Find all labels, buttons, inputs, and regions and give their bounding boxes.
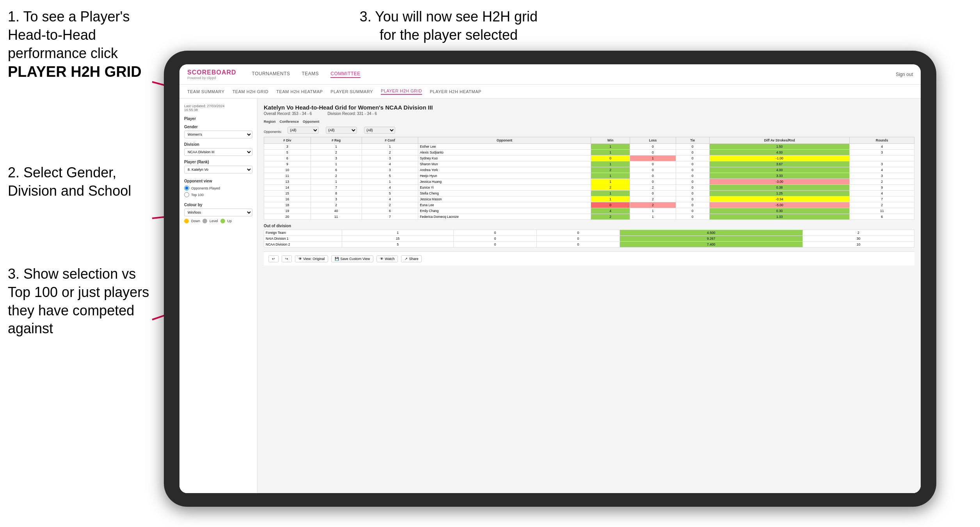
filters-row: Region Conference Opponent [264,120,914,124]
view-original-btn[interactable]: 👁 View: Original [295,255,328,262]
sidebar: Last Updated: 27/03/2024 16:55:38 Player… [179,99,257,493]
table-row: 6 3 3 Sydney Kuo 0 1 0 -1.00 [264,156,914,161]
down-label: Down [191,219,200,223]
instruction-text-bold: PLAYER H2H GRID [8,64,142,80]
table-row: 9 1 4 Sharon Mun 1 0 0 3.67 3 [264,161,914,167]
share-btn[interactable]: ↗ Share [401,255,422,262]
view-icon: 👁 [298,257,302,261]
gender-section: Gender Women's [184,125,252,138]
col-diff: Diff Av Strokes/Rnd [709,137,849,144]
ood-table-row: NAIA Division 1 15 0 0 9.267 30 [264,236,914,242]
out-of-division-header: Out of division [264,224,914,228]
sub-nav-player-h2h-grid[interactable]: PLAYER H2H GRID [381,88,422,95]
gender-label: Gender [184,125,252,129]
instruction-bottom-left: 3. Show selection vs Top 100 or just pla… [8,265,156,338]
watch-btn[interactable]: 👁 Watch [376,255,398,262]
table-row: 10 6 3 Andrea York 2 0 0 4.00 4 [264,167,914,173]
division-select[interactable]: NCAA Division III [184,148,252,156]
update-label: Last Updated: 27/03/2024 [184,104,225,108]
instruction-text-top-right: 3. You will now see H2H grid for the pla… [360,9,538,43]
opponent-label: Opponent [303,120,320,124]
table-row: 14 7 4 Eunice Yi 2 2 0 0.38 9 [264,185,914,191]
sub-nav-team-summary[interactable]: TEAM SUMMARY [187,89,225,94]
player-rank-label: Player (Rank) [184,160,252,164]
bottom-toolbar: ↩ ↪ 👁 View: Original 💾 Save Custom View … [264,251,914,265]
ood-table-row: Foreign Team 1 0 0 4.500 2 [264,230,914,236]
opponents-select[interactable]: (All) [288,127,319,134]
out-of-division-table: Foreign Team 1 0 0 4.500 2 NAIA Division… [264,230,914,248]
region-label: Region [264,120,276,124]
down-dot [184,219,189,223]
table-row: 18 2 2 Euna Lee 0 2 0 -5.00 2 [264,202,914,208]
table-row: 11 2 5 Heejo Hyun 1 0 0 3.33 3 [264,173,914,179]
col-rounds: Rounds [850,137,914,144]
opponent-view-section: Opponent view Opponents Played Top 100 [184,179,252,197]
opponent-view-label: Opponent view [184,179,252,183]
opponents-played-label: Opponents Played [191,186,220,190]
table-row: 5 2 2 Alexis Sudjianto 1 0 0 4.00 3 [264,150,914,156]
table-row: 15 8 5 Stella Cheng 1 0 0 1.25 4 [264,191,914,196]
tablet-frame: SCOREBOARD Powered by clippd TOURNAMENTS… [164,51,936,507]
ood-table-row: NCAA Division 2 5 0 0 7.400 10 [264,242,914,248]
navbar-menu: TOURNAMENTS TEAMS COMMITTEE [252,71,884,78]
colour-by-select[interactable]: Win/loss [184,209,252,216]
powered-by: Powered by clippd [187,76,236,80]
top-100-radio[interactable] [184,192,189,197]
nav-tournaments[interactable]: TOURNAMENTS [252,71,290,78]
table-row: 16 3 4 Jessica Mason 1 2 0 -0.94 7 [264,196,914,202]
up-dot [220,219,225,223]
colour-legend: Down Level Up [184,219,252,223]
sub-nav-player-summary[interactable]: PLAYER SUMMARY [330,89,373,94]
division-record: Division Record: 331 - 34 - 6 [327,111,377,116]
table-row: 3 1 1 Esther Lee 1 0 0 1.50 4 [264,144,914,150]
colour-by-section: Colour by Win/loss Down Level Up [184,203,252,223]
division-section: Division NCAA Division III [184,142,252,156]
conference-select[interactable]: (All) [326,127,357,134]
division-value: 331 - 34 - 6 [357,111,377,116]
view-original-label: View: Original [303,257,325,261]
player-section: Player [184,117,252,121]
division-label: Division [184,142,252,147]
grid-records: Overall Record: 353 - 34 - 6 Division Re… [264,111,914,116]
top-100-option[interactable]: Top 100 [184,192,252,197]
col-div: # Div [264,137,311,144]
sub-nav-player-h2h-heatmap[interactable]: PLAYER H2H HEATMAP [430,89,481,94]
sub-nav-team-h2h-heatmap[interactable]: TEAM H2H HEATMAP [276,89,323,94]
main-content: Last Updated: 27/03/2024 16:55:38 Player… [179,99,921,493]
table-row: 20 11 7 Federica Domecq Lacroze 2 1 0 1.… [264,214,914,220]
redo-btn[interactable]: ↪ [282,255,292,262]
up-label: Up [227,219,232,223]
instruction-top-left: 1. To see a Player's Head-to-Head perfor… [8,8,156,82]
sign-out[interactable]: Sign out [896,72,913,77]
nav-teams[interactable]: TEAMS [302,71,319,78]
top-100-label: Top 100 [191,193,204,197]
sub-nav-team-h2h-grid[interactable]: TEAM H2H GRID [233,89,269,94]
overall-record: Overall Record: 353 - 34 - 6 [264,111,312,116]
table-row: 13 1 1 Jessica Huang 1 0 0 -3.00 2 [264,179,914,185]
save-icon: 💾 [335,257,339,261]
undo-btn[interactable]: ↩ [268,255,279,262]
navbar: SCOREBOARD Powered by clippd TOURNAMENTS… [179,64,921,85]
gender-select[interactable]: Women's [184,131,252,138]
instruction-text-mid: 2. Select Gender, Division and School [8,164,131,199]
nav-committee[interactable]: COMMITTEE [330,71,360,78]
col-opponent: Opponent [418,137,591,144]
opponents-played-option[interactable]: Opponents Played [184,186,252,191]
save-custom-view-btn[interactable]: 💾 Save Custom View [331,255,373,262]
h2h-table: # Div # Reg # Conf Opponent Win Loss Tie… [264,137,914,220]
instruction-text-bottom: 3. Show selection vs Top 100 or just pla… [8,266,149,336]
overall-value: 353 - 34 - 6 [292,111,312,116]
player-label: Player [184,117,252,121]
instruction-top-right: 3. You will now see H2H grid for the pla… [351,8,546,44]
watch-label: Watch [385,257,394,261]
player-rank-select[interactable]: 8. Katelyn Vo [184,166,252,173]
share-icon: ↗ [405,257,408,261]
col-loss: Loss [630,137,676,144]
conference-label: Conference [280,120,299,124]
grid-content: Katelyn Vo Head-to-Head Grid for Women's… [257,99,921,493]
col-win: Win [591,137,630,144]
opponents-played-radio[interactable] [184,186,189,191]
opponents-row: Opponents: (All) (All) (All) [264,127,914,134]
watch-icon: 👁 [380,257,383,261]
opponent-filter-select[interactable]: (All) [364,127,395,134]
